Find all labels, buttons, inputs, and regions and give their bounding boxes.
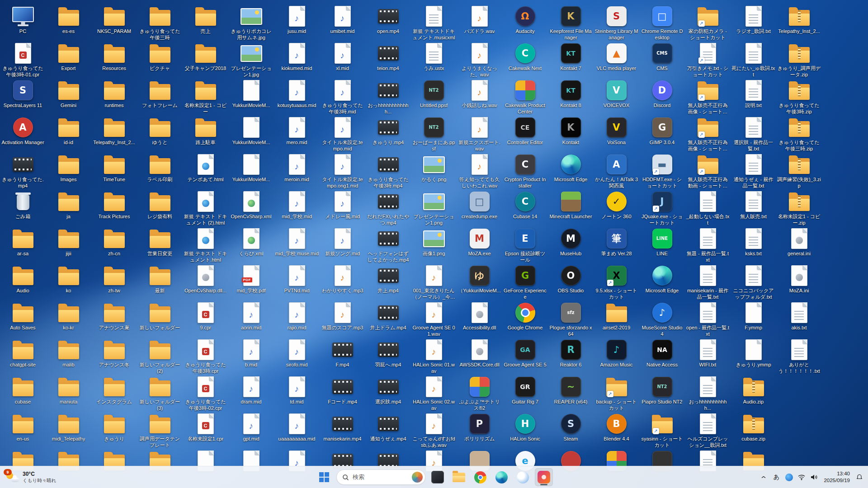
desktop-icon[interactable]: Resources bbox=[91, 42, 137, 72]
desktop-icon[interactable]: 新規 テキストドキュメント.musicxml bbox=[411, 5, 457, 41]
edge-button[interactable] bbox=[492, 468, 510, 486]
desktop-icon[interactable]: KTKontakt 7 bbox=[548, 42, 594, 72]
desktop-icon[interactable]: ラベル印刷 bbox=[137, 154, 183, 183]
desktop-icon[interactable]: きゅうり_調声用データ.zip bbox=[776, 42, 822, 78]
desktop-icon[interactable]: Google Chrome bbox=[502, 302, 548, 331]
desktop-icon[interactable]: Cきゅうり食ってた午後3時.cpr bbox=[183, 339, 228, 375]
desktop-icon[interactable]: ♪jusu.mid bbox=[274, 5, 320, 35]
desktop-icon[interactable]: Accessibility.dll bbox=[457, 302, 502, 331]
desktop-icon[interactable]: きゅうり.ymmp bbox=[731, 339, 776, 368]
desktop-icon[interactable]: ♪td.mid bbox=[274, 376, 320, 405]
clock[interactable]: 13:40 2025/09/19 bbox=[821, 470, 853, 484]
desktop-icon[interactable]: 無題 - 親作品一覧.txt bbox=[685, 228, 731, 263]
desktop-icon[interactable]: ♪dram.mid bbox=[228, 376, 274, 405]
desktop-icon[interactable]: ヘッドフォンはずしてよかった.mp4 bbox=[365, 228, 411, 263]
desktop-icon[interactable]: zh-cn bbox=[91, 228, 137, 257]
desktop-icon[interactable]: Audio.zip bbox=[731, 376, 776, 405]
desktop-icon[interactable]: ♪こってゅんdすおfdsbふあ.wav bbox=[411, 413, 457, 449]
desktop-icon[interactable]: 新しいフォルダー bbox=[137, 302, 183, 331]
desktop-icon[interactable]: ↗backup - ショートカット bbox=[594, 376, 639, 412]
desktop-icon[interactable]: ko-kr bbox=[46, 302, 91, 331]
desktop-icon[interactable]: AWSSDK.Core.dll bbox=[457, 339, 502, 368]
desktop-icon[interactable]: CCubase 14 bbox=[502, 191, 548, 220]
desktop-icon[interactable]: WIFI.txt bbox=[685, 339, 731, 368]
desktop-icon[interactable]: general.ini bbox=[776, 228, 822, 257]
desktop-icon[interactable]: 新規 テキスト ドキュメント (2).html bbox=[183, 191, 228, 226]
desktop-icon[interactable]: 名称未設定1 - コピー bbox=[183, 80, 228, 115]
desktop-icon[interactable]: KTKontakt 8 bbox=[548, 80, 594, 109]
desktop-icon[interactable]: きゅうり食ってた午後三時.zip bbox=[776, 117, 822, 152]
desktop-icon[interactable]: BBlender 4.4 bbox=[594, 413, 639, 442]
desktop-icon[interactable]: きゅうり食ってた午後三時 bbox=[137, 5, 183, 41]
desktop-icon[interactable]: 井上ドラム.mp4 bbox=[365, 302, 411, 331]
desktop-icon[interactable]: OpenCvSharp.dll... bbox=[183, 265, 228, 294]
desktop-icon[interactable]: ♪メドレー風.mid bbox=[320, 191, 365, 220]
desktop-icon[interactable]: en-us bbox=[0, 413, 46, 442]
desktop-icon[interactable]: ↗無人販売不正行為画像 - ショートカット bbox=[685, 117, 731, 152]
desktop-icon[interactable]: ♪PVTNd.mid bbox=[274, 265, 320, 294]
network-button[interactable] bbox=[796, 468, 807, 486]
desktop-icon[interactable]: 画像1.png bbox=[411, 228, 457, 257]
volume-button[interactable] bbox=[808, 468, 820, 486]
desktop-icon[interactable]: malib bbox=[46, 339, 91, 368]
desktop-icon[interactable]: 選択肢 - 親作品一覧.txt bbox=[731, 117, 776, 152]
desktop-icon[interactable]: NANative Access bbox=[639, 339, 685, 368]
desktop-icon[interactable]: ↗無人販売不正行為動画 - ショートカット bbox=[685, 154, 731, 189]
desktop-icon[interactable]: NT2おーばーまにあ.ppsf bbox=[411, 117, 457, 152]
desktop-icon[interactable]: 路上駐車 bbox=[183, 117, 228, 146]
desktop-icon[interactable]: cubase.zip bbox=[731, 413, 776, 442]
desktop-icon[interactable]: ♪無題のスコア.mp3 bbox=[320, 302, 365, 331]
desktop-icon[interactable]: Telepathy_Inst_2... bbox=[91, 117, 137, 146]
desktop-icon[interactable]: 説明.txt bbox=[731, 80, 776, 109]
desktop-icon[interactable]: ♪mid_学校.mid bbox=[274, 191, 320, 220]
desktop-icon[interactable]: HHALion Sonic bbox=[502, 413, 548, 442]
desktop-icon[interactable]: open - 親作品一覧.txt bbox=[685, 302, 731, 338]
desktop-icon[interactable]: _起動しない場合.txt bbox=[685, 191, 731, 226]
desktop-icon[interactable]: GRGuitar Rig 7 bbox=[502, 376, 548, 405]
desktop-icon[interactable]: ♪Amazon Music bbox=[594, 339, 639, 368]
desktop-icon[interactable]: open.mp4 bbox=[365, 5, 411, 35]
desktop-icon[interactable]: Cきゅうり食ってた午後3時-01.cpr bbox=[0, 42, 46, 78]
desktop-icon[interactable]: きゅうり.mp4 bbox=[365, 117, 411, 146]
desktop-icon[interactable]: Images bbox=[46, 154, 91, 183]
desktop-icon[interactable]: ♪タイトル未設定.tempo.mid bbox=[320, 117, 365, 152]
desktop-icon[interactable]: akis.txt bbox=[776, 302, 822, 331]
desktop-icon[interactable]: EEpson 接続診断ツール bbox=[502, 228, 548, 263]
desktop-icon[interactable]: ピクチャ bbox=[137, 42, 183, 72]
notification-button[interactable] bbox=[854, 468, 865, 486]
desktop-icon[interactable]: 新しいフォルダー (3) bbox=[137, 376, 183, 412]
desktop-icon[interactable]: Microsoft Edge bbox=[639, 265, 685, 294]
desktop-icon[interactable]: maniuta bbox=[46, 376, 91, 405]
desktop-icon[interactable]: F.mp4 bbox=[320, 339, 365, 368]
desktop-icon[interactable]: ♪kotusytuaaus.mid bbox=[274, 80, 320, 109]
desktop-icon[interactable]: 通知うぜぇ - 親作品一覧.txt bbox=[731, 154, 776, 189]
desktop-icon[interactable]: ♪HALion Sonic 01.wav bbox=[411, 339, 457, 375]
desktop-icon[interactable]: きゅうり食ってた午後3時.mp4 bbox=[365, 154, 411, 189]
desktop-icon[interactable]: ♪umibet.mid bbox=[320, 5, 365, 35]
desktop-icon[interactable]: おっhhhhhhhhhhh... bbox=[685, 376, 731, 412]
desktop-icon[interactable]: ♪gpt.mid bbox=[228, 413, 274, 442]
desktop-icon[interactable]: ♪パズドラ.wav bbox=[457, 5, 502, 35]
desktop-icon[interactable]: ♪わかりやすく.mp3 bbox=[320, 265, 365, 294]
desktop-icon[interactable]: Export bbox=[46, 42, 91, 72]
desktop-icon[interactable]: Pポリリリズム bbox=[457, 413, 502, 442]
desktop-icon[interactable]: くらび.xml bbox=[228, 228, 274, 257]
desktop-icon[interactable]: YukkuriMovieM... bbox=[228, 117, 274, 146]
desktop-icon[interactable]: ♪uaaaaaaaaa.mid bbox=[274, 413, 320, 442]
desktop-icon[interactable]: Auto Saves bbox=[0, 302, 46, 331]
desktop-icon[interactable]: J↗JQuake.exe - ショートカット bbox=[639, 191, 685, 226]
desktop-icon[interactable]: OOBS Studio bbox=[548, 265, 594, 294]
desktop-icon[interactable]: ♪HALion Sonic 02.wav bbox=[411, 376, 457, 412]
desktop-icon[interactable]: SSteam bbox=[548, 413, 594, 442]
desktop-icon[interactable]: ♪001_東北きりたん（ノーマル）_今じゃ... bbox=[411, 265, 457, 300]
desktop-icon[interactable]: GAGroove Agent SE 5 bbox=[502, 339, 548, 368]
desktop-icon[interactable]: zh-tw bbox=[91, 265, 137, 294]
desktop-icon[interactable]: runtimes bbox=[91, 80, 137, 109]
desktop-icon[interactable]: ♪タイトル未設定.tempo.ong1.mid bbox=[320, 154, 365, 189]
desktop-icon[interactable]: ♪Groove Agent SE 01.wav bbox=[411, 302, 457, 338]
desktop-icon[interactable]: CCakewalk Next bbox=[502, 42, 548, 72]
desktop-icon[interactable]: manisekarin.mp4 bbox=[320, 413, 365, 442]
desktop-icon[interactable]: プレゼンテーション1.png bbox=[411, 191, 457, 226]
desktop-icon[interactable]: PC bbox=[0, 5, 46, 35]
start-button[interactable] bbox=[315, 468, 333, 486]
